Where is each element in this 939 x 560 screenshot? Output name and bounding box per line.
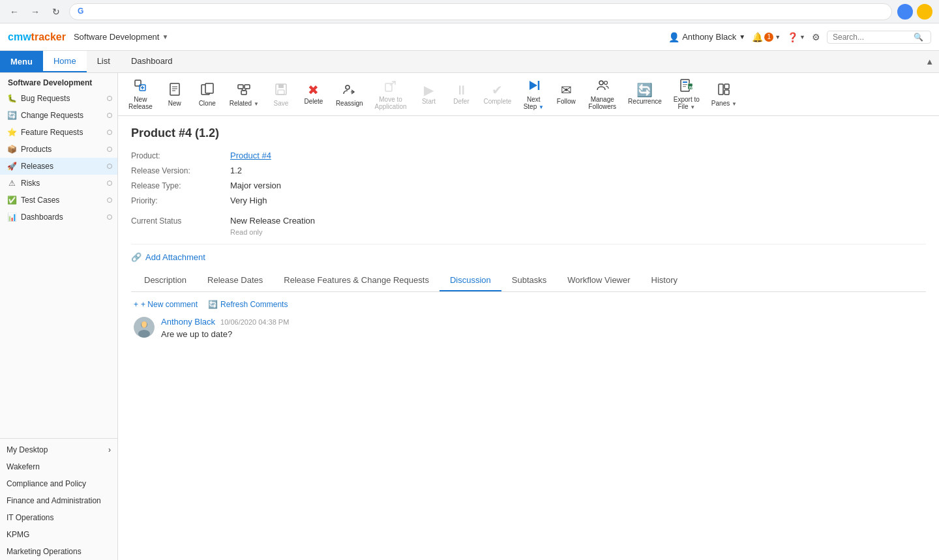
sidebar: Software Development 🐛 Bug Requests 🔄 Ch… [0,73,118,560]
export-label: Export toFile ▼ [674,96,700,110]
workspace-selector[interactable]: Software Development ▼ [74,32,168,42]
sidebar-section-software: Software Development 🐛 Bug Requests 🔄 Ch… [0,73,117,226]
sidebar-section-title: Software Development [0,73,117,90]
refresh-icon: 🔄 [208,300,218,309]
status-section: Current Status New Release Creation [131,216,926,226]
recurrence-button[interactable]: 🔄 Recurrence [623,81,667,108]
start-button[interactable]: ▶ Start [413,81,445,108]
comment-text: Are we up to date? [161,329,923,339]
workspace-my-desktop[interactable]: My Desktop › [0,441,117,458]
help-icon: ❓ [787,32,798,42]
reload-button[interactable]: ↻ [48,4,64,20]
clone-icon [200,82,215,98]
comment-header: Anthony Black 10/06/2020 04:38 PM [161,317,923,327]
defer-label: Defer [453,98,469,105]
tab-subtasks[interactable]: Subtasks [501,270,557,291]
follow-button[interactable]: ✉ Follow [550,81,582,108]
help-button[interactable]: ❓ ▼ [787,32,805,42]
feature-requests-icon: ⭐ [7,127,17,138]
settings-button[interactable]: ⚙ [812,32,820,42]
header-right: 👤 Anthony Black ▼ 🔔 1 ▼ ❓ ▼ ⚙ 🔍 [668,31,931,44]
sidebar-item-releases[interactable]: 🚀 Releases [0,158,117,175]
tab-history[interactable]: History [641,270,688,291]
menu-button[interactable]: Menu [0,51,43,72]
svg-point-37 [138,330,150,338]
tab-release-dates[interactable]: Release Dates [197,270,273,291]
workspace-it-ops[interactable]: IT Operations [0,509,117,526]
gear-icon: ⚙ [812,32,820,42]
move-to-app-button[interactable]: Move toApplication [370,76,412,113]
release-type-value: Major version [230,181,926,190]
export-button[interactable]: W Export toFile ▼ [668,76,705,113]
tab-workflow-viewer[interactable]: Workflow Viewer [557,270,640,291]
related-button[interactable]: Related ▼ [224,80,264,110]
test-cases-icon: ✅ [7,195,17,205]
add-attachment-button[interactable]: 🔗 Add Attachment [131,252,926,262]
global-search[interactable]: 🔍 [827,31,931,44]
tab-discussion[interactable]: Discussion [440,270,501,291]
record-fields: Product: Product #4 Release Version: 1.2… [131,151,926,205]
current-status-label: Current Status [131,216,222,226]
item-dot [107,96,112,101]
clone-button[interactable]: Clone [192,80,223,110]
workspace-marketing[interactable]: Marketing Operations [0,543,117,560]
workspace-wakefern[interactable]: Wakefern [0,458,117,475]
tabs-collapse-button[interactable]: ▲ [920,51,939,72]
complete-button[interactable]: ✔ Complete [479,81,517,108]
save-button[interactable]: Save [265,80,297,110]
notification-button[interactable]: 🔔 1 ▼ [752,32,781,42]
url-bar[interactable]: G [69,3,892,20]
next-step-button[interactable]: NextStep ▼ [518,76,549,113]
tab-description[interactable]: Description [134,270,197,291]
defer-button[interactable]: ⏸ Defer [446,81,477,108]
sidebar-item-risks[interactable]: ⚠ Risks [0,175,117,192]
product-field-value[interactable]: Product #4 [230,151,926,160]
forward-button[interactable]: → [27,4,43,20]
release-version-label: Release Version: [131,166,222,175]
sidebar-item-feature-requests[interactable]: ⭐ Feature Requests [0,124,117,141]
workspace-finance[interactable]: Finance and Administration [0,492,117,509]
item-dot [107,198,112,203]
new-release-button[interactable]: NewRelease [123,76,158,113]
manage-followers-button[interactable]: ManageFollowers [583,76,621,113]
user-name: Anthony Black [682,32,736,42]
sidebar-item-label: Change Requests [21,111,103,120]
dashboards-icon: 📊 [7,212,17,222]
export-icon: W [679,78,694,95]
refresh-comments-button[interactable]: 🔄 Refresh Comments [208,300,288,309]
user-menu[interactable]: 👤 Anthony Black ▼ [668,32,745,42]
tab-list[interactable]: List [87,51,121,72]
sidebar-item-dashboards[interactable]: 📊 Dashboards [0,209,117,226]
reassign-button[interactable]: Reassign [331,80,368,110]
tab-dashboard[interactable]: Dashboard [121,51,183,72]
new-comment-label: + New comment [141,300,198,309]
tab-home[interactable]: Home [43,51,87,72]
workspace-kpmg[interactable]: KPMG [0,526,117,543]
user-chevron-icon: ▼ [739,33,745,40]
new-comment-button[interactable]: + + New comment [134,300,198,309]
sidebar-item-change-requests[interactable]: 🔄 Change Requests [0,107,117,124]
manage-followers-icon [595,78,610,95]
search-input[interactable] [833,33,911,42]
workspace-compliance[interactable]: Compliance and Policy [0,475,117,492]
detail-tabs: Description Release Dates Release Featur… [131,270,926,292]
back-button[interactable]: ← [7,4,22,20]
sidebar-item-label: Bug Requests [21,94,103,103]
save-icon [274,82,288,98]
panes-button[interactable]: Panes ▼ [706,80,742,110]
notification-count: 1 [764,33,773,42]
sidebar-item-test-cases[interactable]: ✅ Test Cases [0,192,117,209]
delete-button[interactable]: ✖ Delete [298,81,329,108]
products-icon: 📦 [7,144,17,155]
follow-icon: ✉ [561,83,572,96]
complete-icon: ✔ [492,83,503,96]
move-to-app-label: Move toApplication [375,96,407,110]
sidebar-item-label: Feature Requests [21,128,103,137]
sidebar-item-products[interactable]: 📦 Products [0,141,117,158]
new-button[interactable]: New [159,80,190,110]
sidebar-item-bug-requests[interactable]: 🐛 Bug Requests [0,90,117,107]
tab-release-features[interactable]: Release Features & Change Requests [273,270,440,291]
related-label: Related ▼ [230,100,259,107]
svg-rect-10 [238,85,243,89]
item-dot [107,181,112,186]
